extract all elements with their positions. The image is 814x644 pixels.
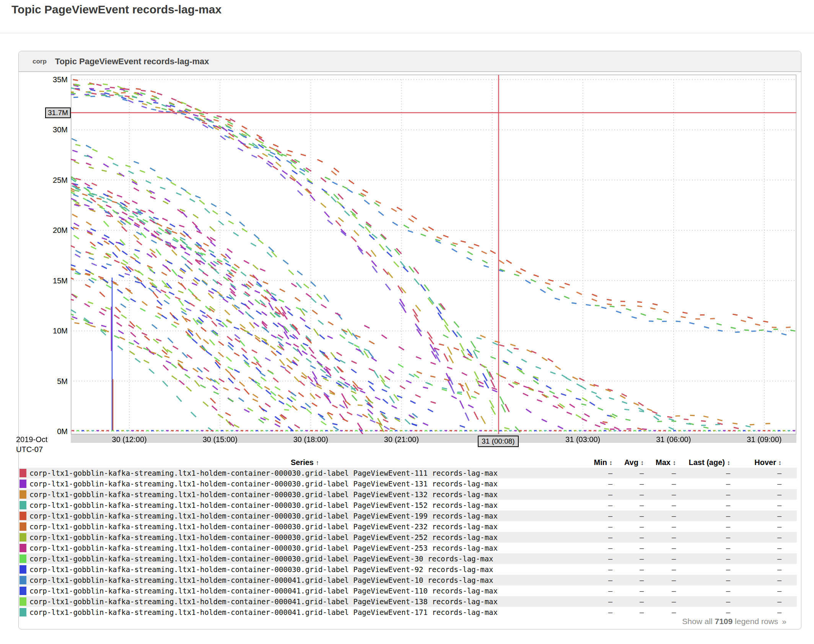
divider — [0, 33, 814, 33]
series-stat-value: – — [580, 597, 612, 606]
y-tick-label: 20M — [41, 226, 68, 235]
legend-sort-hover[interactable]: Hover ↕ — [730, 458, 781, 467]
series-stat-value: – — [644, 469, 676, 478]
sort-icon: ↕ — [673, 459, 676, 467]
series-stat-value: – — [730, 480, 781, 488]
series-color-swatch — [20, 608, 26, 616]
series-label: corp-ltx1-gobblin-kafka-streaming.ltx1-h… — [29, 587, 580, 595]
series-stat-value: – — [612, 597, 644, 606]
series-stat-value: – — [580, 608, 612, 617]
series-stat-value: – — [676, 501, 730, 510]
legend-row[interactable]: corp-ltx1-gobblin-kafka-streaming.ltx1-h… — [19, 543, 797, 553]
crosshair-x-value-label: 31 (00:08) — [478, 436, 519, 447]
legend-row-count: 7109 — [715, 617, 733, 626]
sort-ascending-icon: ↑ — [316, 459, 319, 467]
series-color-swatch — [20, 576, 26, 584]
series-label: corp-ltx1-gobblin-kafka-streaming.ltx1-h… — [29, 608, 580, 616]
series-stat-value: – — [612, 490, 644, 499]
series-stat-value: – — [730, 576, 781, 585]
legend-sort-min[interactable]: Min ↕ — [580, 458, 612, 467]
series-stat-value: – — [644, 608, 676, 617]
series-color-swatch — [20, 490, 26, 499]
y-tick-label: 30M — [41, 125, 68, 134]
y-tick-label: 10M — [41, 327, 68, 335]
series-color-swatch — [20, 587, 26, 595]
series-stat-value: – — [644, 544, 676, 553]
series-stat-value: – — [644, 587, 676, 595]
series-stat-value: – — [730, 597, 781, 606]
series-stat-value: – — [644, 576, 676, 585]
series-color-swatch — [20, 512, 26, 520]
series-stat-value: – — [730, 555, 781, 563]
series-stat-value: – — [676, 512, 730, 520]
series-stat-value: – — [730, 533, 781, 542]
timeseries-canvas[interactable] — [71, 75, 796, 434]
x-axis-date-label: 2019-Oct — [16, 435, 47, 444]
series-label: corp-ltx1-gobblin-kafka-streaming.ltx1-h… — [29, 565, 580, 574]
series-label: corp-ltx1-gobblin-kafka-streaming.ltx1-h… — [29, 533, 580, 542]
series-stat-value: – — [580, 565, 612, 574]
series-stat-value: – — [730, 469, 781, 478]
legend-row[interactable]: corp-ltx1-gobblin-kafka-streaming.ltx1-h… — [19, 500, 797, 511]
x-tick-label: 30 (18:00) — [293, 435, 328, 444]
series-stat-value: – — [612, 555, 644, 563]
legend-row[interactable]: corp-ltx1-gobblin-kafka-streaming.ltx1-h… — [19, 564, 797, 575]
legend-row[interactable]: corp-ltx1-gobblin-kafka-streaming.ltx1-h… — [19, 585, 797, 596]
series-stat-value: – — [580, 501, 612, 510]
series-stat-value: – — [644, 522, 676, 531]
series-label: corp-ltx1-gobblin-kafka-streaming.ltx1-h… — [29, 522, 580, 531]
legend-row[interactable]: corp-ltx1-gobblin-kafka-streaming.ltx1-h… — [19, 596, 797, 607]
series-stat-value: – — [676, 480, 730, 488]
series-color-swatch — [20, 501, 26, 509]
series-stat-value: – — [644, 490, 676, 499]
series-stat-value: – — [676, 555, 730, 563]
legend-sort-series[interactable]: Series ↑ — [29, 458, 580, 467]
y-tick-label: 0M — [41, 427, 68, 436]
legend-row[interactable]: corp-ltx1-gobblin-kafka-streaming.ltx1-h… — [19, 468, 797, 478]
series-stat-value: – — [676, 608, 730, 617]
legend-row[interactable]: corp-ltx1-gobblin-kafka-streaming.ltx1-h… — [19, 521, 797, 532]
series-stat-value: – — [612, 576, 644, 585]
x-tick-label: 31 (09:00) — [747, 435, 781, 444]
x-tick-label: 30 (12:00) — [112, 435, 147, 444]
legend-row[interactable]: corp-ltx1-gobblin-kafka-streaming.ltx1-h… — [19, 553, 797, 564]
series-stat-value: – — [644, 501, 676, 510]
sort-icon: ↕ — [778, 459, 782, 467]
series-stat-value: – — [580, 490, 612, 499]
legend-row[interactable]: corp-ltx1-gobblin-kafka-streaming.ltx1-h… — [19, 489, 797, 500]
chart-panel-header[interactable]: corp Topic PageViewEvent records-lag-max — [19, 51, 801, 72]
series-stat-value: – — [580, 544, 612, 553]
chevron-right-icon: » — [782, 617, 786, 626]
series-label: corp-ltx1-gobblin-kafka-streaming.ltx1-h… — [29, 576, 580, 584]
series-stat-value: – — [612, 587, 644, 595]
series-color-swatch — [20, 480, 26, 488]
series-label: corp-ltx1-gobblin-kafka-streaming.ltx1-h… — [29, 512, 580, 520]
series-color-swatch — [20, 555, 26, 563]
legend-sort-max[interactable]: Max ↕ — [644, 458, 676, 467]
series-stat-value: – — [730, 565, 781, 574]
legend-row[interactable]: corp-ltx1-gobblin-kafka-streaming.ltx1-h… — [19, 607, 797, 618]
series-stat-value: – — [730, 522, 781, 531]
series-stat-value: – — [580, 469, 612, 478]
legend-header-row: Series ↑ Min ↕ Avg ↕ Max ↕ Last (age) ↕ … — [19, 457, 797, 468]
series-color-swatch — [20, 469, 26, 477]
series-stat-value: – — [676, 565, 730, 574]
x-axis-timezone-label: UTC-07 — [16, 445, 43, 454]
legend-row[interactable]: corp-ltx1-gobblin-kafka-streaming.ltx1-h… — [19, 511, 797, 521]
series-color-swatch — [20, 522, 26, 531]
legend-row[interactable]: corp-ltx1-gobblin-kafka-streaming.ltx1-h… — [19, 532, 797, 543]
series-stat-value: – — [612, 469, 644, 478]
show-all-legend-rows-button[interactable]: Show all 7109 legend rows» — [682, 617, 786, 626]
series-stat-value: – — [644, 565, 676, 574]
legend-row[interactable]: corp-ltx1-gobblin-kafka-streaming.ltx1-h… — [19, 478, 797, 489]
series-stat-value: – — [612, 608, 644, 617]
x-tick-label: 30 (15:00) — [203, 435, 238, 444]
series-stat-value: – — [730, 544, 781, 553]
series-label: corp-ltx1-gobblin-kafka-streaming.ltx1-h… — [29, 501, 580, 509]
legend-sort-avg[interactable]: Avg ↕ — [612, 458, 644, 467]
legend-row[interactable]: corp-ltx1-gobblin-kafka-streaming.ltx1-h… — [19, 575, 797, 585]
series-stat-value: – — [580, 480, 612, 488]
y-tick-label: 5M — [41, 377, 68, 385]
legend-sort-last[interactable]: Last (age) ↕ — [676, 458, 730, 467]
series-stat-value: – — [676, 597, 730, 606]
